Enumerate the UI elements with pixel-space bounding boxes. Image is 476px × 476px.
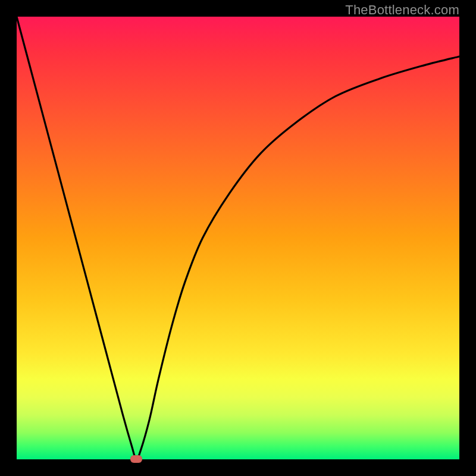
- bottleneck-curve: [17, 17, 459, 459]
- minimum-marker: [130, 455, 142, 463]
- chart-frame: TheBottleneck.com: [0, 0, 476, 476]
- plot-area: [17, 17, 459, 459]
- watermark-text: TheBottleneck.com: [345, 2, 459, 18]
